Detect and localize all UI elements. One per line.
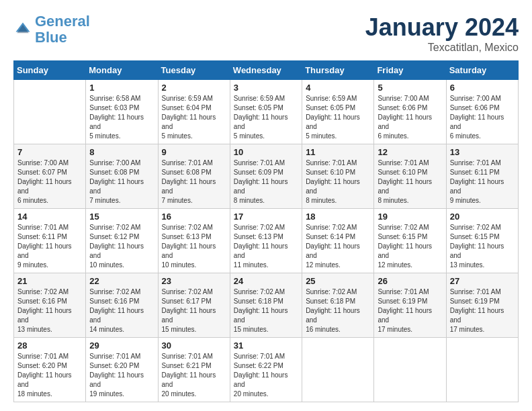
day-info: Sunrise: 6:59 AMSunset: 6:05 PMDaylight:… (306, 94, 370, 141)
calendar-cell: 16Sunrise: 7:02 AMSunset: 6:13 PMDayligh… (158, 209, 230, 273)
calendar-week-2: 7Sunrise: 7:00 AMSunset: 6:07 PMDaylight… (14, 144, 519, 209)
day-number: 4 (306, 83, 370, 93)
calendar-cell: 8Sunrise: 7:00 AMSunset: 6:08 PMDaylight… (86, 144, 158, 209)
day-info: Sunrise: 7:01 AMSunset: 6:19 PMDaylight:… (450, 287, 515, 334)
calendar-cell (14, 80, 86, 144)
calendar-cell: 12Sunrise: 7:01 AMSunset: 6:10 PMDayligh… (374, 144, 446, 209)
day-info: Sunrise: 7:01 AMSunset: 6:10 PMDaylight:… (378, 158, 442, 205)
calendar-cell (374, 338, 446, 402)
page-header: General Blue January 2024 Texcatitlan, M… (13, 13, 519, 54)
calendar-cell: 18Sunrise: 7:02 AMSunset: 6:14 PMDayligh… (302, 209, 374, 273)
logo: General Blue (13, 13, 90, 46)
day-number: 23 (162, 276, 226, 286)
logo-line1: General (35, 13, 90, 30)
col-tuesday: Tuesday (158, 61, 230, 80)
day-number: 3 (234, 83, 298, 93)
calendar-cell: 13Sunrise: 7:01 AMSunset: 6:11 PMDayligh… (446, 144, 518, 209)
day-number: 21 (17, 276, 82, 286)
calendar-cell: 31Sunrise: 7:01 AMSunset: 6:22 PMDayligh… (230, 338, 302, 402)
day-info: Sunrise: 7:01 AMSunset: 6:20 PMDaylight:… (17, 352, 82, 399)
day-number: 19 (378, 212, 442, 222)
day-number: 14 (17, 212, 82, 222)
calendar-cell (446, 338, 518, 402)
day-info: Sunrise: 7:00 AMSunset: 6:06 PMDaylight:… (378, 94, 442, 141)
calendar-cell: 19Sunrise: 7:02 AMSunset: 6:15 PMDayligh… (374, 209, 446, 273)
day-number: 10 (234, 147, 298, 157)
calendar-body: 1Sunrise: 6:58 AMSunset: 6:03 PMDaylight… (14, 80, 519, 402)
col-wednesday: Wednesday (230, 61, 302, 80)
day-number: 31 (234, 340, 298, 351)
calendar-cell: 3Sunrise: 6:59 AMSunset: 6:05 PMDaylight… (230, 80, 302, 144)
calendar-cell: 6Sunrise: 7:00 AMSunset: 6:06 PMDaylight… (446, 80, 518, 144)
day-info: Sunrise: 7:02 AMSunset: 6:15 PMDaylight:… (378, 223, 442, 270)
calendar-cell: 26Sunrise: 7:01 AMSunset: 6:19 PMDayligh… (374, 273, 446, 338)
day-info: Sunrise: 6:58 AMSunset: 6:03 PMDaylight:… (89, 94, 154, 141)
day-info: Sunrise: 7:02 AMSunset: 6:13 PMDaylight:… (234, 223, 298, 270)
col-thursday: Thursday (302, 61, 374, 80)
day-number: 16 (162, 212, 226, 222)
day-info: Sunrise: 7:02 AMSunset: 6:16 PMDaylight:… (17, 287, 82, 334)
calendar-cell: 29Sunrise: 7:01 AMSunset: 6:20 PMDayligh… (86, 338, 158, 402)
calendar-cell: 1Sunrise: 6:58 AMSunset: 6:03 PMDaylight… (86, 80, 158, 144)
calendar-table: Sunday Monday Tuesday Wednesday Thursday… (13, 60, 519, 402)
calendar-week-5: 28Sunrise: 7:01 AMSunset: 6:20 PMDayligh… (14, 338, 519, 402)
day-number: 20 (450, 212, 515, 222)
day-number: 8 (89, 147, 154, 157)
day-number: 30 (162, 340, 226, 351)
day-info: Sunrise: 7:02 AMSunset: 6:14 PMDaylight:… (306, 223, 370, 270)
day-info: Sunrise: 7:01 AMSunset: 6:09 PMDaylight:… (234, 158, 298, 205)
day-number: 6 (450, 83, 515, 93)
day-number: 9 (162, 147, 226, 157)
calendar-cell: 25Sunrise: 7:02 AMSunset: 6:18 PMDayligh… (302, 273, 374, 338)
day-number: 2 (162, 83, 226, 93)
day-number: 22 (89, 276, 154, 286)
logo-text: General Blue (35, 13, 90, 46)
calendar-cell: 17Sunrise: 7:02 AMSunset: 6:13 PMDayligh… (230, 209, 302, 273)
calendar-cell: 20Sunrise: 7:02 AMSunset: 6:15 PMDayligh… (446, 209, 518, 273)
logo-icon (13, 20, 32, 39)
calendar-cell: 28Sunrise: 7:01 AMSunset: 6:20 PMDayligh… (14, 338, 86, 402)
header-row: Sunday Monday Tuesday Wednesday Thursday… (14, 61, 519, 80)
col-monday: Monday (86, 61, 158, 80)
day-info: Sunrise: 6:59 AMSunset: 6:05 PMDaylight:… (234, 94, 298, 141)
day-info: Sunrise: 7:01 AMSunset: 6:11 PMDaylight:… (450, 158, 515, 205)
calendar-cell: 30Sunrise: 7:01 AMSunset: 6:21 PMDayligh… (158, 338, 230, 402)
day-number: 28 (17, 340, 82, 351)
day-number: 17 (234, 212, 298, 222)
calendar-cell: 14Sunrise: 7:01 AMSunset: 6:11 PMDayligh… (14, 209, 86, 273)
day-info: Sunrise: 7:01 AMSunset: 6:10 PMDaylight:… (306, 158, 370, 205)
day-info: Sunrise: 7:01 AMSunset: 6:11 PMDaylight:… (17, 223, 82, 270)
col-saturday: Saturday (446, 61, 518, 80)
day-info: Sunrise: 7:02 AMSunset: 6:16 PMDaylight:… (89, 287, 154, 334)
day-number: 24 (234, 276, 298, 286)
day-info: Sunrise: 7:01 AMSunset: 6:19 PMDaylight:… (378, 287, 442, 334)
day-info: Sunrise: 7:02 AMSunset: 6:13 PMDaylight:… (162, 223, 226, 270)
day-info: Sunrise: 7:02 AMSunset: 6:12 PMDaylight:… (89, 223, 154, 270)
day-number: 13 (450, 147, 515, 157)
calendar-cell: 11Sunrise: 7:01 AMSunset: 6:10 PMDayligh… (302, 144, 374, 209)
day-number: 18 (306, 212, 370, 222)
col-friday: Friday (374, 61, 446, 80)
calendar-cell: 5Sunrise: 7:00 AMSunset: 6:06 PMDaylight… (374, 80, 446, 144)
calendar-cell: 22Sunrise: 7:02 AMSunset: 6:16 PMDayligh… (86, 273, 158, 338)
calendar-cell: 27Sunrise: 7:01 AMSunset: 6:19 PMDayligh… (446, 273, 518, 338)
day-number: 15 (89, 212, 154, 222)
day-number: 11 (306, 147, 370, 157)
day-number: 1 (89, 83, 154, 93)
calendar-week-3: 14Sunrise: 7:01 AMSunset: 6:11 PMDayligh… (14, 209, 519, 273)
calendar-cell (302, 338, 374, 402)
location-title: Texcatitlan, Mexico (365, 42, 519, 54)
day-number: 27 (450, 276, 515, 286)
day-info: Sunrise: 7:00 AMSunset: 6:06 PMDaylight:… (450, 94, 515, 141)
calendar-cell: 2Sunrise: 6:59 AMSunset: 6:04 PMDaylight… (158, 80, 230, 144)
day-info: Sunrise: 7:02 AMSunset: 6:17 PMDaylight:… (162, 287, 226, 334)
day-number: 5 (378, 83, 442, 93)
day-info: Sunrise: 7:02 AMSunset: 6:15 PMDaylight:… (450, 223, 515, 270)
day-number: 25 (306, 276, 370, 286)
calendar-cell: 9Sunrise: 7:01 AMSunset: 6:08 PMDaylight… (158, 144, 230, 209)
day-info: Sunrise: 7:00 AMSunset: 6:07 PMDaylight:… (17, 158, 82, 205)
col-sunday: Sunday (14, 61, 86, 80)
day-info: Sunrise: 7:01 AMSunset: 6:20 PMDaylight:… (89, 352, 154, 399)
logo-line2: Blue (35, 29, 67, 46)
calendar-week-4: 21Sunrise: 7:02 AMSunset: 6:16 PMDayligh… (14, 273, 519, 338)
